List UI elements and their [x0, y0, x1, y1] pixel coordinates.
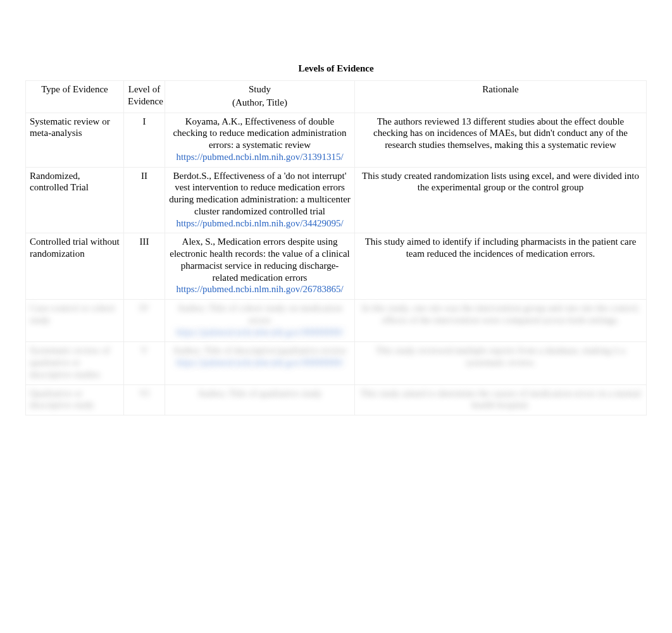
cell-rationale: In this study, one site was the interven… [355, 300, 647, 342]
study-link[interactable]: https://pubmed.ncbi.nlm.nih.gov/34429095… [176, 218, 343, 228]
cell-rationale: This study aimed to determine the causes… [355, 384, 647, 415]
cell-rationale: This study aimed to identify if includin… [355, 233, 647, 300]
header-study-sub: (Author, Title) [169, 97, 351, 109]
study-link[interactable]: https://pubmed.ncbi.nlm.nih.gov/00000000… [176, 357, 343, 367]
study-text: Author, Title of descriptive/qualitative… [169, 345, 351, 357]
study-text: Alex, S., Medication errors despite usin… [169, 236, 351, 283]
page-title: Levels of Evidence [25, 63, 647, 74]
header-study: Study (Author, Title) [165, 81, 355, 113]
cell-study: Koyama, A.K., Effectiveness of double ch… [165, 113, 355, 167]
header-level: Level of Evidence [124, 81, 165, 113]
study-text: Berdot.S., Effectiveness of a 'do not in… [169, 170, 351, 218]
cell-study: Berdot.S., Effectiveness of a 'do not in… [165, 167, 355, 233]
cell-type: Controlled trial without randomization [26, 233, 124, 300]
study-link[interactable]: https://pubmed.ncbi.nlm.nih.gov/31391315… [176, 152, 343, 162]
table-row: Case-control or cohort study IV Author, … [26, 300, 647, 342]
document-page: Levels of Evidence Type of Evidence Leve… [0, 0, 672, 415]
table-header-row: Type of Evidence Level of Evidence Study… [26, 81, 647, 113]
cell-level: VI [124, 384, 165, 415]
evidence-table: Type of Evidence Level of Evidence Study… [25, 80, 647, 415]
cell-type: Randomized, controlled Trial [26, 167, 124, 233]
cell-level: II [124, 167, 165, 233]
cell-rationale: This study created randomization lists u… [355, 167, 647, 233]
header-rationale: Rationale [355, 81, 647, 113]
cell-rationale: This study reviewed multiple reports fro… [355, 342, 647, 384]
cell-study: Author, Title of qualitative study [165, 384, 355, 415]
cell-type: Case-control or cohort study [26, 300, 124, 342]
header-study-text: Study [249, 84, 271, 94]
study-text: Koyama, A.K., Effectiveness of double ch… [169, 116, 351, 151]
study-text: Author, Title of qualitative study [169, 388, 351, 400]
study-text: Author, Title of cohort study on medicat… [169, 302, 351, 326]
study-link[interactable]: https://pubmed.ncbi.nlm.nih.gov/00000000… [176, 327, 343, 337]
cell-level: I [124, 113, 165, 167]
cell-rationale: The authors reviewed 13 different studie… [355, 113, 647, 167]
cell-type: Qualitative or descriptive study [26, 384, 124, 415]
table-row: Controlled trial without randomization I… [26, 233, 647, 300]
table-row: Systematic review of qualitative or desc… [26, 342, 647, 384]
cell-study: Author, Title of cohort study on medicat… [165, 300, 355, 342]
cell-study: Alex, S., Medication errors despite usin… [165, 233, 355, 300]
cell-type: Systematic review or meta-analysis [26, 113, 124, 167]
header-type: Type of Evidence [26, 81, 124, 113]
study-link[interactable]: https://pubmed.ncbi.nlm.nih.gov/26783865… [176, 284, 343, 294]
table-row: Randomized, controlled Trial II Berdot.S… [26, 167, 647, 233]
cell-level: IV [124, 300, 165, 342]
cell-type: Systematic review of qualitative or desc… [26, 342, 124, 384]
cell-study: Author, Title of descriptive/qualitative… [165, 342, 355, 384]
table-row: Qualitative or descriptive study VI Auth… [26, 384, 647, 415]
table-row: Systematic review or meta-analysis I Koy… [26, 113, 647, 167]
cell-level: III [124, 233, 165, 300]
cell-level: V [124, 342, 165, 384]
